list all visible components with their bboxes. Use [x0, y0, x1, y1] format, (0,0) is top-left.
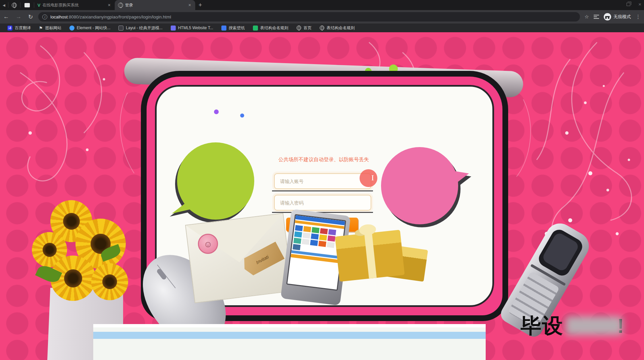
pinned-tab-icon[interactable]	[24, 3, 30, 7]
wallpaper-icon	[221, 26, 226, 31]
page-info-icon[interactable]: i	[42, 14, 47, 19]
vue-favicon-icon: V	[38, 3, 41, 8]
bookmark-table-naming-rules[interactable]: 表结构命名规则	[250, 24, 292, 32]
bookmarks-bar: 译 百度翻译 ⚑ 图标网站 Element - 网站快... Layui - 经…	[0, 24, 644, 32]
tab-strip: ◀ V 在线电影票购买系统 × 登录 × + ×	[0, 0, 644, 10]
tab-title: 登录	[125, 2, 185, 8]
login-page: 公共场所不建议自动登录、以防账号丢失 登录 注册用户 I Invitati	[0, 32, 644, 360]
bookmark-home[interactable]: 首页	[293, 24, 315, 32]
blue-dot	[240, 114, 244, 118]
new-tab-button[interactable]: +	[199, 2, 202, 9]
speech-bubble-pink	[381, 147, 458, 224]
bookmark-icon-site[interactable]: ⚑ 图标网站	[36, 24, 65, 32]
layui-icon	[118, 26, 123, 31]
desk-shelf	[93, 324, 486, 360]
back-icon[interactable]: ←	[3, 13, 9, 20]
shelf-blue-stripe	[93, 332, 486, 339]
divider	[20, 2, 20, 8]
globe-favicon-icon	[118, 3, 123, 8]
smiley-charm	[198, 234, 218, 254]
speech-bubble-green	[177, 142, 254, 220]
tab-close-icon[interactable]: ×	[187, 2, 193, 8]
translate-icon: 译	[7, 26, 12, 31]
document-icon	[253, 26, 258, 31]
purple-dot	[214, 109, 219, 114]
tab-close-icon[interactable]: ×	[107, 2, 112, 8]
window-close-icon[interactable]: ×	[638, 1, 641, 7]
bookmark-baidu-translate[interactable]: 译 百度翻译	[4, 24, 34, 32]
media-controls-icon[interactable]	[594, 15, 599, 19]
bookmark-table-naming-rules-2[interactable]: 表结构命名规则	[316, 24, 358, 32]
element-icon	[69, 26, 74, 31]
html5-template-icon	[171, 26, 176, 31]
account-input[interactable]	[274, 173, 371, 189]
browser-toolbar: ← → ↻ i localhost:8080/zaixiandianyingpi…	[0, 10, 644, 24]
gift-box-gold	[335, 230, 405, 282]
tab-login[interactable]: 登录 ×	[115, 0, 195, 10]
browser-chrome: ◀ V 在线电影票购买系统 × 登录 × + × ← → ↻ i localho…	[0, 0, 644, 32]
window-restore-icon[interactable]	[627, 3, 630, 6]
bookmark-element[interactable]: Element - 网站快...	[66, 24, 114, 32]
sunflower	[91, 263, 128, 300]
forward-icon[interactable]: →	[16, 13, 21, 20]
incognito-label: 无痕模式	[613, 14, 631, 20]
browser-menu-icon[interactable]: ⋮	[636, 14, 641, 20]
flag-icon: ⚑	[39, 26, 43, 31]
censored-blur	[566, 316, 623, 335]
watermark: 毕设 !	[521, 312, 624, 340]
url-text: localhost:8080/zaixiandianyingpiao/front…	[50, 14, 171, 19]
incognito-badge: 无痕模式	[604, 13, 631, 20]
incognito-icon	[604, 13, 611, 20]
text-cursor-indicator: I	[360, 169, 377, 187]
bookmark-star-icon[interactable]: ☆	[585, 14, 589, 20]
speaker-icon[interactable]: ◀	[3, 3, 5, 7]
password-input[interactable]	[274, 195, 371, 211]
bookmark-wallpaper-search[interactable]: 搜索壁纸	[218, 24, 248, 32]
bookmark-layui[interactable]: Layui - 经典开源模...	[115, 24, 166, 32]
globe-icon	[320, 26, 324, 30]
address-bar[interactable]: i localhost:8080/zaixiandianyingpiao/fro…	[38, 12, 580, 21]
watermark-text: 毕设	[521, 312, 564, 340]
bookmark-html5-template[interactable]: HTML5 Website T...	[167, 25, 217, 32]
login-warning-text: 公共场所不建议自动登录、以防账号丢失	[268, 156, 379, 163]
globe-icon	[297, 26, 301, 30]
input-underline	[272, 190, 373, 191]
pinned-tab-globe-icon[interactable]	[12, 3, 17, 8]
divider	[8, 2, 8, 8]
tab-movie-system[interactable]: V 在线电影票购买系统 ×	[34, 0, 115, 10]
tab-title: 在线电影票购买系统	[42, 2, 104, 8]
reload-icon[interactable]: ↻	[28, 13, 33, 20]
